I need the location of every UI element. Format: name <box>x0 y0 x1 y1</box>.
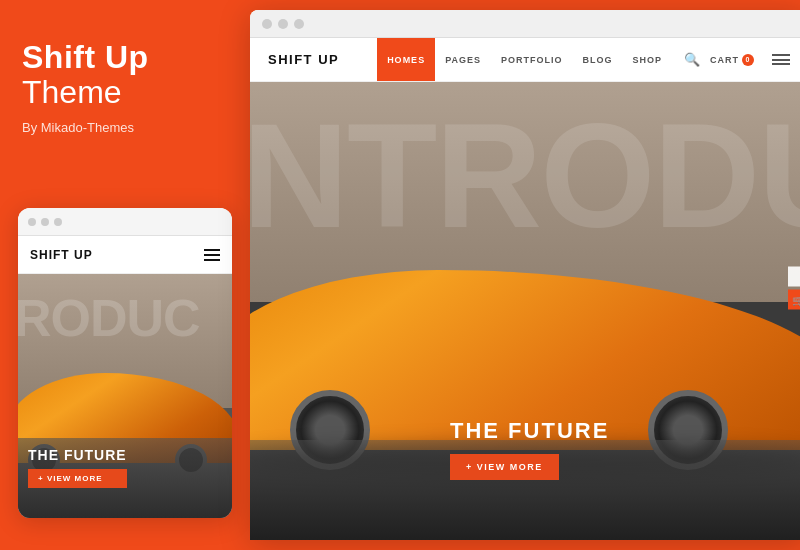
mobile-mockup: SHIFT UP RODUC THE FUTURE + VIEW MORE <box>18 208 232 518</box>
desktop-hamburger-icon[interactable] <box>772 54 790 65</box>
desktop-nav-items: HOMES PAGES PORTFOLIO BLOG SHOP <box>377 38 672 81</box>
desktop-nav: SHIFT UP HOMES PAGES PORTFOLIO BLOG SHOP… <box>250 38 800 82</box>
mobile-view-more-button[interactable]: + VIEW MORE <box>28 469 127 488</box>
desktop-nav-right: 🔍 CART 0 <box>684 52 790 67</box>
mobile-hero-big-text: RODUC <box>18 292 200 344</box>
side-button-white[interactable] <box>788 267 800 287</box>
desktop-hero-big-text: NTRODUCIN <box>250 102 800 250</box>
desktop-dot-3 <box>294 19 304 29</box>
theme-name: Shift Up Theme <box>22 40 149 110</box>
cart-side-icon: 🛒 <box>792 294 800 305</box>
cart-badge: 0 <box>742 54 754 66</box>
desktop-view-more-button[interactable]: + VIEW MORE <box>450 454 559 480</box>
mobile-nav: SHIFT UP <box>18 236 232 274</box>
theme-title: Shift Up <box>22 40 149 75</box>
mobile-logo: SHIFT UP <box>30 248 93 262</box>
nav-item-portfolio[interactable]: PORTFOLIO <box>491 38 573 81</box>
nav-item-blog[interactable]: BLOG <box>572 38 622 81</box>
left-panel: Shift Up Theme By Mikado-Themes SHIFT UP… <box>0 0 248 550</box>
mobile-top-bar <box>18 208 232 236</box>
mobile-caption-text: THE FUTURE <box>28 447 127 463</box>
nav-item-shop[interactable]: SHOP <box>622 38 672 81</box>
desktop-hero-caption: THE FUTURE + VIEW MORE <box>450 418 609 480</box>
nav-item-pages[interactable]: PAGES <box>435 38 491 81</box>
theme-subtitle: Theme <box>22 75 149 110</box>
desktop-cart[interactable]: CART 0 <box>710 54 754 66</box>
cart-label: CART <box>710 55 739 65</box>
desktop-hero: NTRODUCIN THE FUTURE + VIEW MORE 🛒 <box>250 82 800 540</box>
search-icon[interactable]: 🔍 <box>684 52 700 67</box>
mobile-hamburger-icon <box>204 249 220 261</box>
mobile-dot-3 <box>54 218 62 226</box>
desktop-dot-2 <box>278 19 288 29</box>
desktop-logo: SHIFT UP <box>268 52 339 67</box>
mobile-hero: RODUC THE FUTURE + VIEW MORE <box>18 274 232 518</box>
mobile-hero-caption: THE FUTURE + VIEW MORE <box>28 447 127 488</box>
theme-author: By Mikado-Themes <box>22 120 134 135</box>
mobile-dot-1 <box>28 218 36 226</box>
desktop-caption-text: THE FUTURE <box>450 418 609 444</box>
desktop-dot-1 <box>262 19 272 29</box>
side-buttons: 🛒 <box>788 267 800 310</box>
nav-item-homes[interactable]: HOMES <box>377 38 435 81</box>
mobile-dot-2 <box>41 218 49 226</box>
desktop-mockup: SHIFT UP HOMES PAGES PORTFOLIO BLOG SHOP… <box>250 10 800 540</box>
desktop-top-bar <box>250 10 800 38</box>
side-button-red[interactable]: 🛒 <box>788 290 800 310</box>
